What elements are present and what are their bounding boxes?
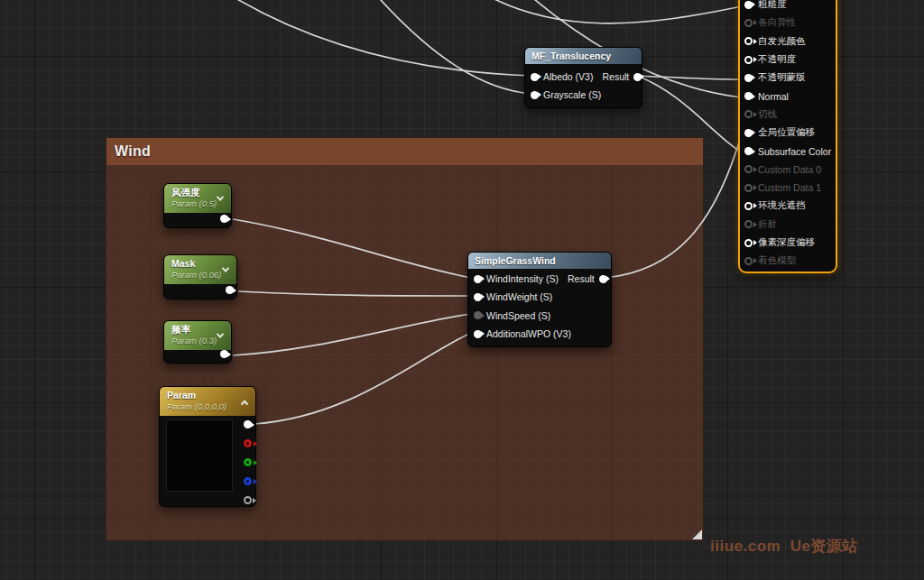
- pin-input-customdata1[interactable]: [744, 184, 753, 192]
- comment-title-bar[interactable]: Wind: [106, 138, 703, 165]
- node-header[interactable]: SimpleGrassWind: [468, 253, 611, 269]
- pin-input-albedo[interactable]: [531, 73, 539, 81]
- pin-input-refraction[interactable]: [744, 220, 753, 228]
- pin-output-b[interactable]: [244, 477, 252, 485]
- pin-input-windspeed[interactable]: [474, 311, 482, 319]
- node-title: MF_Translucency: [531, 51, 611, 61]
- pin-input-worldpositionoffset[interactable]: [744, 129, 753, 137]
- collapse-button[interactable]: [238, 395, 251, 408]
- pin-input-subsurfacecolor[interactable]: [744, 147, 753, 155]
- node-param-mask[interactable]: Mask Param (0.06): [163, 254, 237, 299]
- pin-input-ambientocclusion[interactable]: [744, 202, 753, 210]
- node-param-vector[interactable]: Param Param (0,0,0,0): [159, 386, 256, 507]
- collapse-button[interactable]: [219, 263, 232, 276]
- chevron-down-icon: [222, 264, 229, 272]
- pin-input-customdata0[interactable]: [744, 165, 753, 173]
- wire-to-albedo[interactable]: [203, 0, 531, 76]
- pin-input-opacitymask[interactable]: [744, 74, 753, 82]
- pin-input-shadingmodel[interactable]: [744, 257, 753, 265]
- wire-to-roughness[interactable]: [465, 0, 742, 23]
- node-header[interactable]: MF_Translucency: [525, 48, 642, 64]
- pin-input-windintensity[interactable]: [474, 275, 482, 283]
- color-preview: [166, 419, 233, 492]
- watermark: iiiue.com Ue资源站: [710, 536, 858, 557]
- wire-result-to-opacitymask[interactable]: [637, 76, 742, 79]
- wire-to-grayscale[interactable]: [361, 0, 531, 94]
- pin-input-anisotropy[interactable]: [744, 19, 753, 27]
- node-header[interactable]: 风强度 Param (0.5): [164, 184, 231, 213]
- pin-input-additionalwpo[interactable]: [474, 330, 482, 338]
- pin-input-opacity[interactable]: [744, 56, 753, 64]
- node-simplegrasswind[interactable]: SimpleGrassWind WindIntensity (S) Result…: [467, 252, 612, 347]
- pin-output-result[interactable]: [633, 73, 642, 81]
- pin-output-a[interactable]: [244, 496, 252, 504]
- pin-input-roughness[interactable]: [744, 1, 753, 9]
- pin-output[interactable]: [220, 215, 228, 223]
- node-title: SimpleGrassWind: [475, 255, 556, 266]
- collapse-button[interactable]: [214, 192, 226, 205]
- node-title: Param: [167, 390, 248, 401]
- pin-output-g[interactable]: [244, 458, 252, 466]
- pin-output[interactable]: [226, 286, 234, 294]
- pin-input-windweight[interactable]: [474, 293, 482, 301]
- pin-input-emissive[interactable]: [744, 37, 753, 45]
- chevron-up-icon: [241, 400, 248, 408]
- collapse-button[interactable]: [214, 329, 226, 342]
- pin-output-rgb[interactable]: [244, 420, 252, 428]
- pin-output-result[interactable]: [599, 275, 607, 283]
- node-header[interactable]: Mask Param (0.06): [164, 255, 236, 284]
- node-header[interactable]: Param Param (0,0,0,0): [160, 387, 255, 416]
- chevron-down-icon: [217, 193, 224, 200]
- pin-input-normal[interactable]: [744, 92, 753, 100]
- pin-output[interactable]: [220, 350, 228, 358]
- graph-canvas[interactable]: Wind 风强度 Param (0.5) Mask Param (0.06): [0, 0, 924, 580]
- node-material-output[interactable]: 粗糙度 各向异性 自发光颜色 不透明度 不透明蒙版 Normal: [738, 0, 837, 273]
- node-header[interactable]: 频率 Param (0.3): [164, 321, 231, 350]
- node-mf-translucency[interactable]: MF_Translucency Albedo (V3) Result Grays…: [524, 47, 642, 108]
- pin-input-tangent[interactable]: [744, 110, 753, 118]
- node-param-frequency[interactable]: 频率 Param (0.3): [163, 320, 232, 364]
- comment-title: Wind: [115, 143, 151, 160]
- pin-output-r[interactable]: [244, 439, 252, 447]
- pin-input-pixeldepthoffset[interactable]: [744, 239, 753, 247]
- resize-handle-icon[interactable]: [692, 529, 702, 539]
- pin-input-grayscale[interactable]: [531, 91, 539, 99]
- chevron-down-icon: [217, 330, 224, 337]
- output-pin-column: [244, 420, 252, 504]
- node-param-windstrength[interactable]: 风强度 Param (0.5): [163, 183, 232, 228]
- node-subtitle: Param (0,0,0,0): [167, 401, 248, 412]
